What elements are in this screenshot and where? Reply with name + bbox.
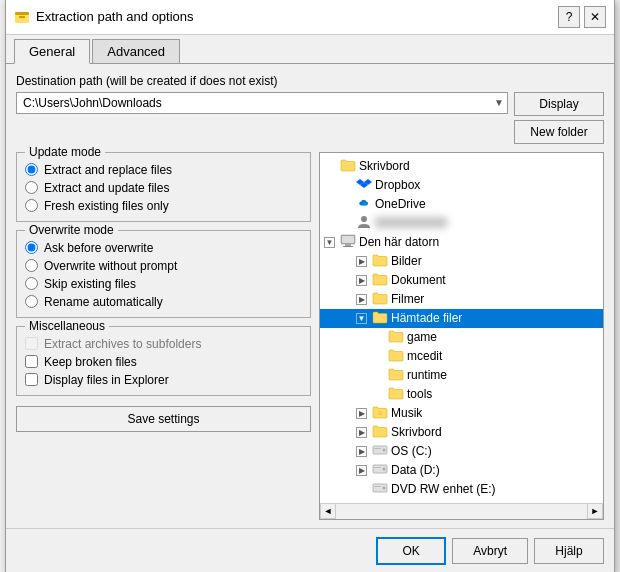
tree-item-dokument[interactable]: ▶ Dokument <box>320 271 603 290</box>
extract-update-radio[interactable] <box>25 181 38 194</box>
file-tree[interactable]: Skrivbord Dropbox OneDrive XXXXXXXXX▼ De… <box>320 153 603 503</box>
tree-label-blurred: XXXXXXXXX <box>375 216 447 230</box>
svg-rect-19 <box>374 467 381 468</box>
help-dialog-button[interactable]: Hjälp <box>534 538 604 564</box>
tree-label-dropbox: Dropbox <box>375 178 420 192</box>
scroll-track <box>336 504 587 519</box>
tree-expander-dokument[interactable]: ▶ <box>356 275 367 286</box>
overwrite-mode-option-3[interactable]: Rename automatically <box>25 295 302 309</box>
scroll-left-button[interactable]: ◄ <box>320 503 336 519</box>
tree-item-onedrive[interactable]: OneDrive <box>320 195 603 214</box>
tree-expander-data-d[interactable]: ▶ <box>356 465 367 476</box>
svg-rect-2 <box>19 16 25 18</box>
overwrite-mode-option-0[interactable]: Ask before overwrite <box>25 241 302 255</box>
save-settings-button[interactable]: Save settings <box>16 406 311 432</box>
tree-item-den-har[interactable]: ▼ Den här datorn <box>320 233 603 252</box>
folder-icon-filmer <box>369 291 391 308</box>
extract-subfolders-checkbox <box>25 337 38 350</box>
tree-expander-musik[interactable]: ▶ <box>356 408 367 419</box>
new-folder-button[interactable]: New folder <box>514 120 604 144</box>
close-button[interactable]: ✕ <box>584 6 606 28</box>
tree-item-bilder[interactable]: ▶ Bilder <box>320 252 603 271</box>
horizontal-scrollbar[interactable]: ◄ ► <box>320 503 603 519</box>
svg-rect-16 <box>374 448 381 449</box>
overwrite-mode-options: Ask before overwrite Overwrite without p… <box>25 241 302 309</box>
cancel-button[interactable]: Avbryt <box>452 538 528 564</box>
scroll-right-button[interactable]: ► <box>587 503 603 519</box>
tree-item-filmer[interactable]: ▶ Filmer <box>320 290 603 309</box>
tree-label-skrivbord: Skrivbord <box>359 159 410 173</box>
update-mode-option-2[interactable]: Fresh existing files only <box>25 199 302 213</box>
svg-rect-11 <box>345 244 351 246</box>
folder-icon-skrivbord <box>337 158 359 175</box>
main-row: Update mode Extract and replace files Ex… <box>16 152 604 520</box>
tree-expander-mcedit <box>372 348 383 364</box>
miscellaneous-legend: Miscellaneous <box>25 319 109 333</box>
archive-icon <box>14 9 30 25</box>
tree-label-game: game <box>407 330 437 344</box>
overwrite-mode-option-2[interactable]: Skip existing files <box>25 277 302 291</box>
tree-expander-den-har[interactable]: ▼ <box>324 237 335 248</box>
folder-icon-data-d <box>369 462 391 479</box>
misc-option-1[interactable]: Keep broken files <box>25 355 302 369</box>
tree-item-blurred[interactable]: XXXXXXXXX <box>320 214 603 233</box>
folder-icon-skrivbord2 <box>369 424 391 441</box>
tree-expander-bilder[interactable]: ▶ <box>356 256 367 267</box>
rename-auto-radio[interactable] <box>25 295 38 308</box>
help-button[interactable]: ? <box>558 6 580 28</box>
ask-before-radio[interactable] <box>25 241 38 254</box>
ok-button[interactable]: OK <box>376 537 446 565</box>
tab-advanced[interactable]: Advanced <box>92 39 180 63</box>
overwrite-mode-option-1[interactable]: Overwrite without prompt <box>25 259 302 273</box>
tree-item-dropbox[interactable]: Dropbox <box>320 176 603 195</box>
svg-rect-10 <box>342 236 354 243</box>
display-explorer-checkbox[interactable] <box>25 373 38 386</box>
tree-label-data-d: Data (D:) <box>391 463 440 477</box>
update-mode-group: Update mode Extract and replace files Ex… <box>16 152 311 222</box>
folder-icon-os-c <box>369 443 391 460</box>
folder-icon-dvd <box>369 481 391 498</box>
tree-expander-os-c[interactable]: ▶ <box>356 446 367 457</box>
title-bar: Extraction path and options ? ✕ <box>6 0 614 35</box>
tree-item-skrivbord[interactable]: Skrivbord <box>320 157 603 176</box>
dropdown-arrow-icon[interactable]: ▼ <box>494 97 504 108</box>
tree-item-dvd[interactable]: DVD RW enhet (E:) <box>320 480 603 499</box>
skip-existing-radio[interactable] <box>25 277 38 290</box>
tree-item-data-d[interactable]: ▶ Data (D:) <box>320 461 603 480</box>
folder-icon-bilder <box>369 253 391 270</box>
dialog-title: Extraction path and options <box>36 9 194 24</box>
misc-option-2[interactable]: Display files in Explorer <box>25 373 302 387</box>
overwrite-no-prompt-radio[interactable] <box>25 259 38 272</box>
tree-label-bilder: Bilder <box>391 254 422 268</box>
title-bar-buttons: ? ✕ <box>558 6 606 28</box>
tree-item-runtime[interactable]: runtime <box>320 366 603 385</box>
tree-item-skrivbord2[interactable]: ▶ Skrivbord <box>320 423 603 442</box>
tree-item-musik[interactable]: ▶ ♫ Musik <box>320 404 603 423</box>
destination-label: Destination path (will be created if doe… <box>16 74 604 88</box>
tree-expander-game <box>372 329 383 345</box>
tree-expander-hamtade-filer[interactable]: ▼ <box>356 313 367 324</box>
tree-item-mcedit[interactable]: mcedit <box>320 347 603 366</box>
update-mode-option-0[interactable]: Extract and replace files <box>25 163 302 177</box>
tree-expander-skrivbord2[interactable]: ▶ <box>356 427 367 438</box>
destination-input[interactable] <box>16 92 508 114</box>
tree-item-game[interactable]: game <box>320 328 603 347</box>
fresh-existing-radio[interactable] <box>25 199 38 212</box>
update-mode-legend: Update mode <box>25 145 105 159</box>
tree-item-hamtade-filer[interactable]: ▼ Hämtade filer <box>320 309 603 328</box>
tree-item-tools[interactable]: tools <box>320 385 603 404</box>
tree-expander-skrivbord <box>324 158 335 174</box>
miscellaneous-options: Extract archives to subfolders Keep brok… <box>25 337 302 387</box>
tab-general[interactable]: General <box>14 39 90 64</box>
extract-replace-radio[interactable] <box>25 163 38 176</box>
keep-broken-checkbox[interactable] <box>25 355 38 368</box>
display-button[interactable]: Display <box>514 92 604 116</box>
tree-expander-filmer[interactable]: ▶ <box>356 294 367 305</box>
svg-text:♫: ♫ <box>378 410 383 416</box>
tree-item-os-c[interactable]: ▶ OS (C:) <box>320 442 603 461</box>
update-mode-option-1[interactable]: Extract and update files <box>25 181 302 195</box>
tree-label-tools: tools <box>407 387 432 401</box>
folder-icon-game <box>385 329 407 346</box>
folder-icon-dropbox <box>353 177 375 194</box>
svg-point-8 <box>361 216 367 222</box>
